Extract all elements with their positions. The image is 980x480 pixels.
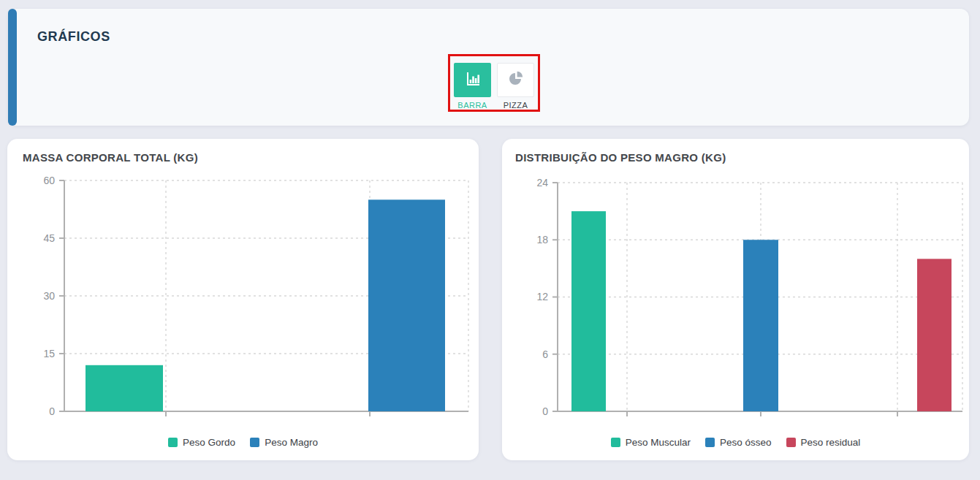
pie-chart-toggle-button[interactable] [497, 63, 534, 97]
accent-bar [8, 9, 17, 126]
y-tick-label: 30 [43, 290, 55, 302]
bar-chart-toggle-button[interactable] [454, 63, 491, 97]
legend-label: Peso residual [801, 437, 861, 448]
chart-card-massa-corporal-total: MASSA CORPORAL TOTAL (KG) 015304560 Peso… [7, 139, 479, 460]
legend-item: Peso ósseo [705, 437, 772, 448]
chart-type-highlight-box: BARRA PIZZA [448, 54, 540, 112]
y-tick-label: 24 [536, 177, 548, 188]
bar-chart-massa-corporal: 015304560 [7, 139, 479, 431]
y-tick-label: 0 [542, 405, 548, 417]
bar-chart-toggle-label[interactable]: BARRA [457, 101, 487, 110]
legend-label: Peso ósseo [720, 437, 772, 448]
page-title: GRÁFICOS [37, 29, 110, 45]
chart-legend: Peso GordoPeso Magro [7, 434, 479, 450]
legend-label: Peso Muscular [626, 437, 691, 448]
bar-chart-icon [464, 70, 482, 90]
legend-swatch [786, 438, 796, 447]
legend-swatch [611, 438, 620, 447]
bar-peso-residual [917, 259, 951, 411]
legend-swatch [705, 438, 715, 447]
legend-item: Peso residual [786, 437, 861, 448]
legend-label: Peso Gordo [183, 437, 235, 448]
bar-peso-muscular [571, 211, 606, 411]
y-tick-label: 45 [43, 232, 55, 244]
legend-swatch [168, 438, 178, 447]
y-tick-label: 15 [43, 348, 55, 359]
y-tick-label: 18 [536, 234, 548, 245]
legend-swatch [250, 438, 259, 447]
pie-chart-icon [507, 70, 525, 90]
charts-page: GRÁFICOS BARRA [0, 0, 980, 480]
bar-peso-gordo [86, 365, 163, 411]
legend-item: Peso Magro [250, 437, 318, 448]
pie-chart-toggle-label[interactable]: PIZZA [504, 101, 528, 110]
legend-label: Peso Magro [265, 437, 318, 448]
legend-item: Peso Gordo [168, 437, 235, 448]
chart-legend: Peso MuscularPeso ósseoPeso residual [502, 434, 969, 450]
y-tick-label: 6 [542, 348, 548, 360]
charts-header-card: GRÁFICOS BARRA [8, 9, 969, 126]
bar-peso-magro [368, 199, 445, 411]
y-tick-label: 12 [536, 291, 548, 302]
y-tick-label: 60 [43, 175, 55, 186]
bar-peso-ósseo [743, 240, 778, 411]
bar-chart-peso-magro: 06121824 [502, 139, 969, 431]
bar-chart-toggle: BARRA [454, 63, 491, 110]
y-tick-label: 0 [49, 405, 55, 417]
chart-card-distribuicao-peso-magro: DISTRIBUIÇÃO DO PESO MAGRO (KG) 06121824… [502, 139, 969, 460]
legend-item: Peso Muscular [611, 437, 691, 448]
pie-chart-toggle: PIZZA [497, 63, 534, 110]
